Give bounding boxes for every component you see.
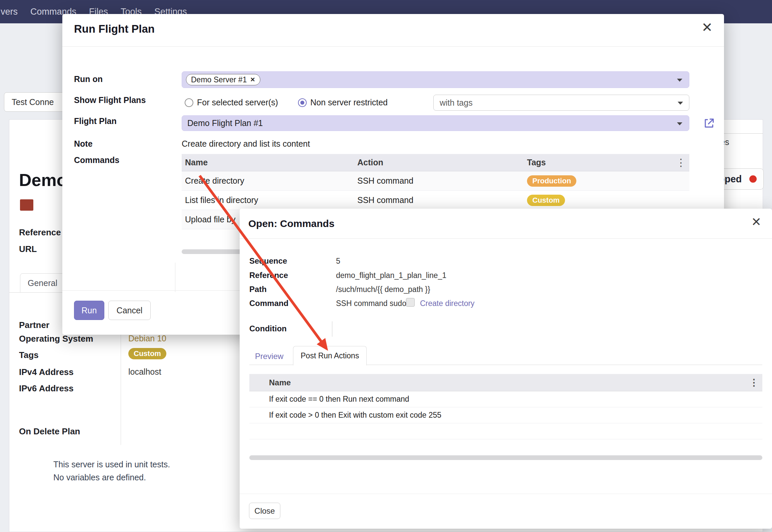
ipv4-label: IPv4 Address	[19, 367, 74, 377]
tag-badge-custom[interactable]: Custom	[128, 348, 166, 359]
show-flight-plans-label: Show Flight Plans	[74, 95, 146, 105]
flight-plan-label: Flight Plan	[74, 116, 117, 126]
tab-post-run-actions-label: Post Run Actions	[301, 351, 359, 360]
unit-test-note-line1: This server is used in unit tests.	[53, 460, 170, 469]
condition-label: Condition	[249, 324, 287, 333]
create-directory-link[interactable]: Create directory	[420, 299, 475, 308]
note-label: Note	[74, 139, 93, 149]
tag-badge-custom: Custom	[527, 195, 565, 206]
radio-non-server-restricted[interactable]	[298, 98, 307, 107]
tab-preview[interactable]: Preview	[255, 352, 283, 361]
chevron-down-icon[interactable]	[678, 102, 683, 105]
open-commands-modal: Open: Commands ✕ Sequence 5 Reference de…	[240, 209, 772, 529]
tab-general-label: General	[28, 278, 57, 288]
external-link-icon[interactable]	[703, 117, 715, 130]
reference-value: demo_flight_plan_1_plan_line_1	[336, 271, 446, 280]
modal-title: Run Flight Plan	[74, 23, 155, 35]
table-row[interactable]: List files in directory SSH command Cust…	[182, 191, 689, 210]
flight-plan-note: Create directory and list its content	[182, 139, 310, 149]
url-label: URL	[19, 244, 37, 254]
test-connection-label: Test Conne	[12, 97, 54, 107]
server-tag-pill[interactable]: Demo Server #1 ✕	[186, 74, 260, 85]
form-column-divider	[121, 318, 121, 445]
tab-post-run-actions[interactable]: Post Run Actions	[293, 346, 367, 365]
unit-test-note-line2: No variables are defined.	[53, 473, 146, 482]
condition-field-divider	[332, 321, 332, 337]
sequence-value: 5	[336, 257, 340, 266]
column-header-action[interactable]: Action	[354, 158, 524, 167]
ipv6-label: IPv6 Address	[19, 383, 74, 394]
ipv4-value: localhost	[128, 367, 161, 377]
horizontal-scrollbar[interactable]	[249, 455, 762, 460]
server-tag-label: Demo Server #1	[191, 75, 247, 84]
cancel-button[interactable]: Cancel	[108, 301, 151, 320]
reference-label: Reference	[249, 271, 288, 280]
table-header-row: Name ⋮	[249, 374, 762, 391]
path-value: /such/much/{{ demo_path }}	[336, 285, 430, 294]
path-label: Path	[249, 285, 267, 294]
cell-name: List files in directory	[182, 195, 354, 205]
color-swatch[interactable]	[20, 199, 33, 211]
with-tags-placeholder: with tags	[440, 95, 473, 110]
os-value-link[interactable]: Debian 10	[128, 334, 166, 343]
command-value: SSH command sudo	[336, 299, 406, 308]
column-header-name[interactable]: Name	[182, 158, 354, 167]
column-header-tags[interactable]: Tags	[524, 158, 673, 167]
server-title: Demo	[19, 170, 67, 190]
header-divider	[240, 238, 772, 239]
cell-action: SSH command	[354, 195, 524, 205]
radio-for-selected-servers-label[interactable]: For selected server(s)	[197, 98, 278, 107]
table-row[interactable]: If exit code == 0 then Run next command	[249, 391, 762, 407]
radio-non-server-restricted-label[interactable]: Non server restricted	[310, 98, 388, 107]
command-label: Command	[249, 299, 288, 308]
radio-for-selected-servers[interactable]	[185, 98, 193, 107]
table-header-row: Name Action Tags ⋮	[182, 154, 689, 171]
cell-name: If exit code > 0 then Exit with custom e…	[269, 411, 762, 420]
reference-label: Reference	[19, 227, 61, 238]
cell-name: Create directory	[182, 176, 354, 186]
header-divider	[62, 46, 724, 47]
table-row[interactable]	[249, 423, 762, 439]
on-delete-plan-label: On Delete Plan	[19, 426, 80, 437]
close-icon[interactable]: ✕	[751, 216, 761, 228]
run-button-label: Run	[82, 306, 97, 315]
run-on-label: Run on	[74, 74, 103, 84]
partner-label: Partner	[19, 320, 49, 330]
flight-plan-value: Demo Flight Plan #1	[187, 116, 263, 131]
with-tags-select[interactable]: with tags	[433, 95, 689, 111]
test-connection-button[interactable]: Test Conne	[4, 92, 71, 112]
chevron-down-icon[interactable]	[677, 122, 682, 125]
right-tab-underline	[720, 133, 763, 134]
remove-tag-icon[interactable]: ✕	[250, 76, 255, 83]
commands-label: Commands	[74, 155, 119, 165]
flight-plan-select[interactable]: Demo Flight Plan #1	[182, 115, 689, 131]
os-label: Operating System	[19, 334, 93, 344]
table-row[interactable]: If exit code > 0 then Exit with custom e…	[249, 407, 762, 423]
chevron-down-icon[interactable]	[677, 79, 682, 82]
run-on-field[interactable]: Demo Server #1 ✕	[182, 71, 689, 88]
post-run-actions-table: Name ⋮ If exit code == 0 then Run next c…	[249, 374, 762, 439]
table-row[interactable]: Create directory SSH command Production	[182, 171, 689, 191]
table-options-icon[interactable]: ⋮	[746, 377, 762, 388]
close-button[interactable]: Close	[249, 503, 280, 519]
cancel-button-label: Cancel	[117, 306, 143, 315]
field-divider	[175, 263, 175, 292]
command-checkbox[interactable]	[406, 298, 415, 307]
screen: vers Commands Files Tools Settings Test …	[0, 0, 772, 532]
cell-name: If exit code == 0 then Run next command	[269, 395, 762, 404]
modal-title: Open: Commands	[248, 218, 334, 229]
column-header-name[interactable]: Name	[269, 378, 746, 387]
tag-badge-production: Production	[527, 175, 576, 187]
close-icon[interactable]: ✕	[701, 21, 713, 34]
sequence-label: Sequence	[249, 256, 287, 266]
nav-item-servers[interactable]: vers	[1, 7, 18, 17]
cell-action: SSH command	[354, 176, 524, 186]
close-button-label: Close	[254, 506, 275, 516]
status-dot-icon	[749, 175, 757, 183]
footer-divider	[240, 494, 772, 494]
tags-label: Tags	[19, 350, 39, 360]
table-options-icon[interactable]: ⋮	[673, 157, 689, 168]
run-button[interactable]: Run	[74, 301, 104, 320]
